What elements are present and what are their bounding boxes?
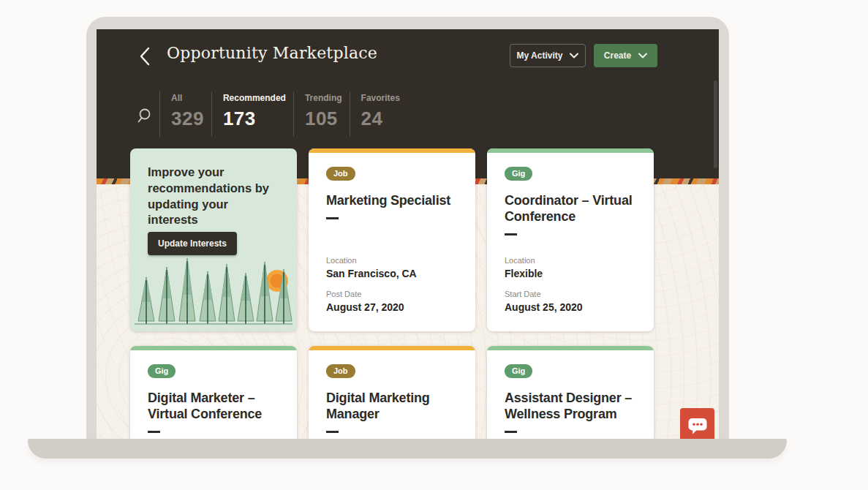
field-label: Post Date [326,289,417,299]
type-badge: Job [326,364,355,378]
tab-count: 329 [171,108,204,129]
tab-trending[interactable]: Trending 105 [293,91,350,137]
update-interests-card: Improve your recommendations by updating… [130,148,297,331]
search-icon [137,108,154,125]
title-underline [326,217,339,219]
tab-label: Recommended [223,93,286,103]
laptop-mockup: Opportunity Marketplace My Activity Crea… [0,0,868,490]
my-activity-dropdown[interactable]: My Activity [510,44,586,67]
opportunity-title: Assistant Designer – Wellness Program [505,391,636,423]
page-title: Opportunity Marketplace [167,44,377,62]
back-button[interactable] [137,46,154,67]
header-actions: My Activity Create [510,44,657,67]
cards-row-2: Gig Digital Marketer – Virtual Conferenc… [130,346,654,439]
tab-count: 173 [223,108,286,129]
tab-label: Trending [305,93,342,103]
laptop-base [28,439,787,459]
chat-bubble-icon [687,416,708,435]
opportunity-title: Marketing Specialist [326,193,458,209]
card-fields: Location Flexible Start Date August 25, … [505,255,583,314]
tab-all[interactable]: All 329 [159,91,211,137]
field-value: Flexible [505,267,583,280]
tab-label: All [171,93,204,103]
tab-count: 24 [361,108,400,129]
pine-trees-sun-illustration [130,148,297,331]
my-activity-label: My Activity [517,50,563,61]
type-badge: Gig [505,364,532,378]
card-fields: Location San Francisco, CA Post Date Aug… [326,255,417,314]
title-underline [326,431,339,433]
title-underline [505,233,517,235]
title-underline [148,431,160,433]
tab-label: Favorites [361,93,400,103]
opportunity-card[interactable]: Gig Coordinator – Virtual Conference Loc… [487,148,654,331]
field-label: Location [326,255,417,265]
scrollbar-thumb[interactable] [714,80,717,168]
opportunity-title: Digital Marketing Manager [326,391,458,423]
chevron-left-icon [137,46,154,67]
type-badge: Gig [505,167,532,181]
filter-tabs: All 329 Recommended 173 Trending 105 Fav… [137,91,407,137]
opportunity-card[interactable]: Gig Digital Marketer – Virtual Conferenc… [130,346,297,439]
tab-recommended[interactable]: Recommended 173 [211,91,293,137]
title-underline [505,431,517,433]
field-label: Location [505,255,583,265]
tab-favorites[interactable]: Favorites 24 [350,91,407,137]
chevron-down-icon [570,53,578,59]
opportunity-card[interactable]: Job Digital Marketing Manager [309,346,475,439]
create-label: Create [604,50,631,61]
create-button[interactable]: Create [594,44,657,67]
app-screen: Opportunity Marketplace My Activity Crea… [97,29,719,439]
cards-row-1: Improve your recommendations by updating… [130,148,654,331]
tab-count: 105 [305,108,342,129]
opportunity-card[interactable]: Gig Assistant Designer – Wellness Progra… [487,346,654,439]
opportunity-title: Coordinator – Virtual Conference [505,193,636,225]
type-badge: Gig [148,364,176,378]
field-value: San Francisco, CA [326,267,417,280]
opportunity-card[interactable]: Job Marketing Specialist Location San Fr… [309,148,475,331]
field-value: August 25, 2020 [505,301,583,314]
type-badge: Job [326,167,355,181]
opportunity-title: Digital Marketer – Virtual Conference [148,391,279,423]
chat-launcher-button[interactable] [680,408,714,439]
field-label: Start Date [505,289,583,299]
chevron-down-icon [638,53,647,59]
field-value: August 27, 2020 [326,301,417,314]
search-button[interactable] [137,108,155,137]
